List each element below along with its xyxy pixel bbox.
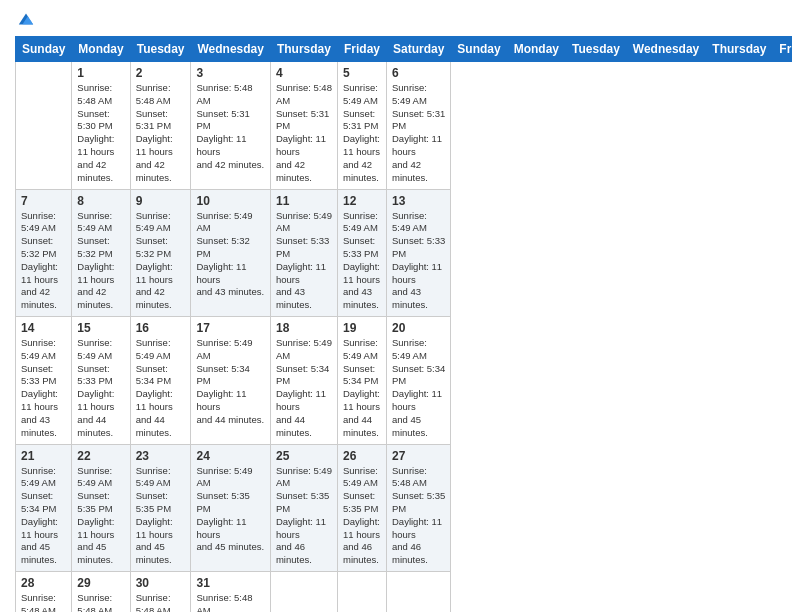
day-info: Sunrise: 5:49 AMSunset: 5:34 PMDaylight:…: [196, 337, 264, 427]
day-info: Sunrise: 5:49 AMSunset: 5:34 PMDaylight:…: [136, 337, 186, 440]
calendar-cell: 20Sunrise: 5:49 AMSunset: 5:34 PMDayligh…: [386, 317, 450, 445]
calendar-cell: [16, 62, 72, 190]
day-number: 22: [77, 449, 124, 463]
calendar-week-row: 21Sunrise: 5:49 AMSunset: 5:34 PMDayligh…: [16, 444, 793, 572]
day-info: Sunrise: 5:48 AMSunset: 5:31 PMDaylight:…: [136, 82, 186, 185]
day-info: Sunrise: 5:49 AMSunset: 5:34 PMDaylight:…: [392, 337, 445, 440]
day-info: Sunrise: 5:48 AMSunset: 5:35 PMDaylight:…: [21, 592, 66, 612]
day-info: Sunrise: 5:49 AMSunset: 5:32 PMDaylight:…: [136, 210, 186, 313]
logo-text: [15, 10, 35, 28]
weekday-header: Sunday: [451, 37, 507, 62]
calendar-cell: [386, 572, 450, 613]
calendar-cell: 22Sunrise: 5:49 AMSunset: 5:35 PMDayligh…: [72, 444, 130, 572]
day-number: 15: [77, 321, 124, 335]
calendar-cell: 29Sunrise: 5:48 AMSunset: 5:35 PMDayligh…: [72, 572, 130, 613]
day-info: Sunrise: 5:49 AMSunset: 5:34 PMDaylight:…: [276, 337, 332, 440]
weekday-header: Friday: [337, 37, 386, 62]
weekday-header: Thursday: [270, 37, 337, 62]
day-info: Sunrise: 5:48 AMSunset: 5:35 PMDaylight:…: [77, 592, 124, 612]
day-info: Sunrise: 5:48 AMSunset: 5:30 PMDaylight:…: [77, 82, 124, 185]
calendar-cell: 24Sunrise: 5:49 AMSunset: 5:35 PMDayligh…: [191, 444, 270, 572]
calendar-cell: 6Sunrise: 5:49 AMSunset: 5:31 PMDaylight…: [386, 62, 450, 190]
day-info: Sunrise: 5:48 AMSunset: 5:31 PMDaylight:…: [276, 82, 332, 185]
calendar-cell: 7Sunrise: 5:49 AMSunset: 5:32 PMDaylight…: [16, 189, 72, 317]
calendar-cell: 12Sunrise: 5:49 AMSunset: 5:33 PMDayligh…: [337, 189, 386, 317]
day-number: 18: [276, 321, 332, 335]
calendar-cell: 1Sunrise: 5:48 AMSunset: 5:30 PMDaylight…: [72, 62, 130, 190]
calendar-cell: [337, 572, 386, 613]
day-info: Sunrise: 5:49 AMSunset: 5:33 PMDaylight:…: [343, 210, 381, 313]
calendar-cell: 27Sunrise: 5:48 AMSunset: 5:35 PMDayligh…: [386, 444, 450, 572]
calendar-cell: 5Sunrise: 5:49 AMSunset: 5:31 PMDaylight…: [337, 62, 386, 190]
day-number: 29: [77, 576, 124, 590]
calendar-cell: 17Sunrise: 5:49 AMSunset: 5:34 PMDayligh…: [191, 317, 270, 445]
weekday-header: Saturday: [386, 37, 450, 62]
day-number: 11: [276, 194, 332, 208]
calendar-table: SundayMondayTuesdayWednesdayThursdayFrid…: [15, 36, 792, 612]
calendar-cell: 8Sunrise: 5:49 AMSunset: 5:32 PMDaylight…: [72, 189, 130, 317]
weekday-header: Thursday: [706, 37, 773, 62]
day-number: 26: [343, 449, 381, 463]
calendar-cell: 3Sunrise: 5:48 AMSunset: 5:31 PMDaylight…: [191, 62, 270, 190]
day-number: 8: [77, 194, 124, 208]
day-info: Sunrise: 5:49 AMSunset: 5:35 PMDaylight:…: [196, 465, 264, 555]
day-number: 30: [136, 576, 186, 590]
day-info: Sunrise: 5:49 AMSunset: 5:35 PMDaylight:…: [343, 465, 381, 568]
calendar-cell: 21Sunrise: 5:49 AMSunset: 5:34 PMDayligh…: [16, 444, 72, 572]
calendar-week-row: 1Sunrise: 5:48 AMSunset: 5:30 PMDaylight…: [16, 62, 793, 190]
day-info: Sunrise: 5:48 AMSunset: 5:36 PMDaylight:…: [196, 592, 264, 612]
weekday-header-row: SundayMondayTuesdayWednesdayThursdayFrid…: [16, 37, 793, 62]
day-number: 4: [276, 66, 332, 80]
calendar-cell: 10Sunrise: 5:49 AMSunset: 5:32 PMDayligh…: [191, 189, 270, 317]
day-number: 6: [392, 66, 445, 80]
calendar-week-row: 7Sunrise: 5:49 AMSunset: 5:32 PMDaylight…: [16, 189, 793, 317]
day-number: 31: [196, 576, 264, 590]
calendar-cell: 15Sunrise: 5:49 AMSunset: 5:33 PMDayligh…: [72, 317, 130, 445]
day-number: 7: [21, 194, 66, 208]
calendar-cell: 25Sunrise: 5:49 AMSunset: 5:35 PMDayligh…: [270, 444, 337, 572]
day-number: 13: [392, 194, 445, 208]
day-number: 17: [196, 321, 264, 335]
day-number: 20: [392, 321, 445, 335]
day-info: Sunrise: 5:49 AMSunset: 5:31 PMDaylight:…: [343, 82, 381, 185]
logo: [15, 10, 35, 28]
day-info: Sunrise: 5:49 AMSunset: 5:35 PMDaylight:…: [276, 465, 332, 568]
weekday-header: Wednesday: [626, 37, 705, 62]
header: [15, 10, 777, 28]
day-info: Sunrise: 5:48 AMSunset: 5:35 PMDaylight:…: [136, 592, 186, 612]
calendar-week-row: 28Sunrise: 5:48 AMSunset: 5:35 PMDayligh…: [16, 572, 793, 613]
weekday-header: Friday: [773, 37, 792, 62]
day-info: Sunrise: 5:49 AMSunset: 5:35 PMDaylight:…: [77, 465, 124, 568]
day-number: 10: [196, 194, 264, 208]
day-number: 3: [196, 66, 264, 80]
calendar-cell: 19Sunrise: 5:49 AMSunset: 5:34 PMDayligh…: [337, 317, 386, 445]
day-info: Sunrise: 5:49 AMSunset: 5:33 PMDaylight:…: [276, 210, 332, 313]
day-number: 12: [343, 194, 381, 208]
day-number: 14: [21, 321, 66, 335]
weekday-header: Tuesday: [566, 37, 627, 62]
calendar-cell: 30Sunrise: 5:48 AMSunset: 5:35 PMDayligh…: [130, 572, 191, 613]
day-info: Sunrise: 5:49 AMSunset: 5:32 PMDaylight:…: [196, 210, 264, 300]
day-info: Sunrise: 5:49 AMSunset: 5:33 PMDaylight:…: [21, 337, 66, 440]
day-info: Sunrise: 5:49 AMSunset: 5:34 PMDaylight:…: [343, 337, 381, 440]
day-info: Sunrise: 5:49 AMSunset: 5:34 PMDaylight:…: [21, 465, 66, 568]
weekday-header: Monday: [507, 37, 565, 62]
day-info: Sunrise: 5:49 AMSunset: 5:31 PMDaylight:…: [392, 82, 445, 185]
calendar-cell: 14Sunrise: 5:49 AMSunset: 5:33 PMDayligh…: [16, 317, 72, 445]
day-number: 24: [196, 449, 264, 463]
day-info: Sunrise: 5:49 AMSunset: 5:35 PMDaylight:…: [136, 465, 186, 568]
calendar-cell: 9Sunrise: 5:49 AMSunset: 5:32 PMDaylight…: [130, 189, 191, 317]
day-number: 21: [21, 449, 66, 463]
day-info: Sunrise: 5:48 AMSunset: 5:31 PMDaylight:…: [196, 82, 264, 172]
day-number: 9: [136, 194, 186, 208]
calendar-cell: 23Sunrise: 5:49 AMSunset: 5:35 PMDayligh…: [130, 444, 191, 572]
day-info: Sunrise: 5:48 AMSunset: 5:35 PMDaylight:…: [392, 465, 445, 568]
day-info: Sunrise: 5:49 AMSunset: 5:33 PMDaylight:…: [392, 210, 445, 313]
calendar-cell: 31Sunrise: 5:48 AMSunset: 5:36 PMDayligh…: [191, 572, 270, 613]
calendar-week-row: 14Sunrise: 5:49 AMSunset: 5:33 PMDayligh…: [16, 317, 793, 445]
day-number: 19: [343, 321, 381, 335]
logo-icon: [17, 10, 35, 28]
day-number: 1: [77, 66, 124, 80]
day-number: 28: [21, 576, 66, 590]
weekday-header: Monday: [72, 37, 130, 62]
